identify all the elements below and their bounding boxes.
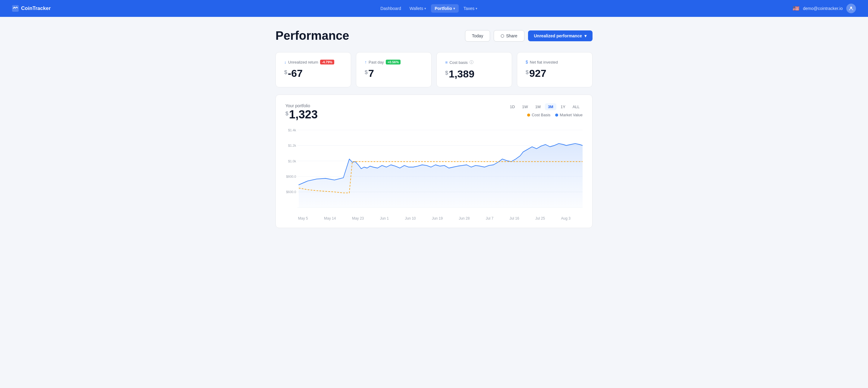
nav-wallets[interactable]: Wallets ▾	[406, 4, 430, 13]
svg-text:$1.2k: $1.2k	[288, 144, 296, 147]
x-axis-labels: May 5 May 14 May 23 Jun 1 Jun 10 Jun 19 …	[285, 215, 583, 221]
unrealized-return-label: Unrealized return	[288, 60, 318, 64]
past-day-label: Past day	[369, 60, 384, 64]
x-label-4: Jun 10	[405, 216, 415, 221]
dollar-icon: $	[526, 60, 528, 64]
time-1m[interactable]: 1M	[532, 103, 544, 110]
net-fiat-value: $ 927	[526, 67, 584, 79]
unrealized-currency: $	[284, 69, 287, 75]
x-label-9: Jul 25	[535, 216, 545, 221]
nav-right: 🇺🇸 demo@cointracker.io	[793, 4, 856, 13]
page-title: Performance	[276, 29, 349, 42]
stat-cards: ↓ Unrealized return -4.79% $ -67 ↑ Past …	[276, 52, 592, 87]
card-header-2: ↑ Past day +0.56%	[365, 60, 423, 64]
nav-dashboard[interactable]: Dashboard	[377, 4, 405, 13]
unrealized-button[interactable]: Unrealized performance ▾	[528, 30, 593, 41]
portfolio-chevron: ▾	[453, 7, 455, 10]
portfolio-currency: $	[285, 110, 288, 117]
x-label-1: May 14	[324, 216, 336, 221]
time-all[interactable]: ALL	[569, 103, 583, 110]
x-label-6: Jun 28	[459, 216, 470, 221]
portfolio-label: Your portfolio	[285, 103, 318, 108]
net-fiat-label: Net fiat invested	[530, 60, 558, 64]
svg-point-1	[14, 7, 15, 8]
svg-marker-14	[299, 143, 583, 207]
chart-header: Your portfolio $ 1,323 1D 1W 1M 3M 1Y AL…	[285, 103, 583, 121]
down-arrow-icon: ↓	[284, 60, 286, 64]
main-content: Performance Today ⬡ Share Unrealized per…	[268, 17, 600, 240]
chart-legend: Cost Basis Market Value	[527, 113, 583, 117]
info-icon[interactable]: ⓘ	[470, 60, 473, 65]
past-day-card: ↑ Past day +0.56% $ 7	[356, 52, 432, 87]
logo-text: CoinTracker	[21, 5, 51, 11]
chart-wrapper: $1.4k $1.2k $1.0k $800.0 $600.0 May 5 Ma…	[285, 124, 583, 221]
wallets-chevron: ▾	[424, 7, 426, 10]
header-actions: Today ⬡ Share Unrealized performance ▾	[465, 30, 592, 41]
x-label-7: Jul 7	[486, 216, 493, 221]
svg-text:$800.0: $800.0	[286, 175, 296, 178]
x-label-8: Jul 16	[510, 216, 519, 221]
today-button[interactable]: Today	[465, 30, 490, 41]
taxes-chevron: ▾	[475, 7, 477, 10]
x-label-0: May 5	[298, 216, 308, 221]
time-1y[interactable]: 1Y	[558, 103, 568, 110]
nav-taxes[interactable]: Taxes ▾	[460, 4, 481, 13]
market-value-legend-dot	[555, 114, 558, 117]
share-icon: ⬡	[501, 33, 504, 38]
unrealized-badge: -4.79%	[320, 60, 334, 64]
svg-text:$1.4k: $1.4k	[288, 128, 296, 132]
net-fiat-card: $ Net fiat invested $ 927	[517, 52, 592, 87]
net-fiat-currency: $	[526, 69, 529, 75]
svg-point-2	[850, 7, 852, 8]
up-arrow-icon: ↑	[365, 60, 367, 64]
nav-portfolio[interactable]: Portfolio ▾	[431, 4, 459, 13]
svg-text:$1.0k: $1.0k	[288, 159, 296, 163]
cost-basis-card: ≡ Cost basis ⓘ $ 1,389	[436, 52, 512, 87]
page-header: Performance Today ⬡ Share Unrealized per…	[276, 29, 592, 42]
legend-market-value-label: Market Value	[560, 113, 583, 117]
unrealized-chevron: ▾	[584, 33, 587, 38]
share-label: Share	[506, 33, 517, 38]
time-1w[interactable]: 1W	[519, 103, 531, 110]
nav-links: Dashboard Wallets ▾ Portfolio ▾ Taxes ▾	[65, 4, 793, 13]
logo[interactable]: CoinTracker	[12, 5, 51, 12]
portfolio-info: Your portfolio $ 1,323	[285, 103, 318, 121]
stack-icon: ≡	[445, 60, 447, 65]
x-label-2: May 23	[352, 216, 364, 221]
cost-basis-legend-dot	[527, 114, 530, 117]
share-button[interactable]: ⬡ Share	[494, 30, 524, 41]
legend-market-value: Market Value	[555, 113, 583, 117]
legend-cost-basis-label: Cost Basis	[532, 113, 550, 117]
portfolio-value: $ 1,323	[285, 108, 318, 121]
cost-basis-currency: $	[445, 70, 448, 76]
avatar[interactable]	[846, 4, 856, 13]
past-day-currency: $	[365, 69, 368, 75]
chart-card: Your portfolio $ 1,323 1D 1W 1M 3M 1Y AL…	[276, 95, 592, 228]
card-header-1: ↓ Unrealized return -4.79%	[284, 60, 342, 64]
time-buttons: 1D 1W 1M 3M 1Y ALL	[507, 103, 583, 110]
cost-basis-value: $ 1,389	[445, 68, 503, 80]
past-day-badge: +0.56%	[386, 60, 401, 64]
time-3m[interactable]: 3M	[545, 103, 556, 110]
unrealized-label: Unrealized performance	[534, 33, 582, 38]
user-email: demo@cointracker.io	[803, 6, 843, 11]
flag-icon: 🇺🇸	[793, 5, 799, 12]
unrealized-value: $ -67	[284, 67, 342, 79]
cost-basis-label: Cost basis	[450, 60, 468, 65]
chart-controls: 1D 1W 1M 3M 1Y ALL Cost Basis Market Val…	[507, 103, 583, 117]
time-1d[interactable]: 1D	[507, 103, 518, 110]
x-label-5: Jun 19	[432, 216, 443, 221]
legend-cost-basis: Cost Basis	[527, 113, 550, 117]
navbar: CoinTracker Dashboard Wallets ▾ Portfoli…	[0, 0, 868, 17]
card-header-3: ≡ Cost basis ⓘ	[445, 60, 503, 65]
past-day-value: $ 7	[365, 67, 423, 79]
portfolio-chart: $1.4k $1.2k $1.0k $800.0 $600.0	[285, 124, 583, 214]
card-header-4: $ Net fiat invested	[526, 60, 584, 64]
x-label-3: Jun 1	[380, 216, 389, 221]
svg-text:$600.0: $600.0	[286, 190, 296, 194]
unrealized-return-card: ↓ Unrealized return -4.79% $ -67	[276, 52, 351, 87]
x-label-10: Aug 3	[561, 216, 570, 221]
